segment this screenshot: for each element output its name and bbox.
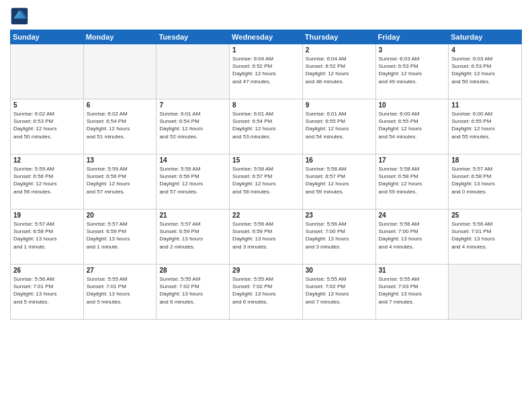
day-number: 28 — [159, 267, 226, 274]
day-number: 5 — [13, 101, 81, 109]
day-info: Sunrise: 5:56 AM Sunset: 7:00 PM Dayligh… — [379, 220, 446, 250]
calendar-day-cell: 9Sunrise: 6:01 AM Sunset: 6:55 PM Daylig… — [302, 99, 375, 154]
day-number: 7 — [159, 101, 226, 109]
day-info: Sunrise: 6:02 AM Sunset: 6:53 PM Dayligh… — [13, 110, 81, 140]
day-number: 29 — [232, 267, 300, 274]
calendar-day-cell: 31Sunrise: 5:55 AM Sunset: 7:03 PM Dayli… — [375, 265, 449, 320]
day-info: Sunrise: 5:56 AM Sunset: 6:59 PM Dayligh… — [232, 220, 300, 250]
day-number: 1 — [232, 46, 300, 54]
day-number: 18 — [451, 156, 519, 164]
calendar-day-cell: 12Sunrise: 5:59 AM Sunset: 6:56 PM Dayli… — [11, 154, 84, 210]
calendar-week-row: 5Sunrise: 6:02 AM Sunset: 6:53 PM Daylig… — [11, 99, 522, 154]
calendar-day-cell: 3Sunrise: 6:03 AM Sunset: 6:53 PM Daylig… — [375, 44, 449, 99]
calendar-day-cell: 6Sunrise: 6:02 AM Sunset: 6:54 PM Daylig… — [83, 99, 157, 154]
calendar-day-cell — [83, 44, 157, 99]
day-info: Sunrise: 5:55 AM Sunset: 7:01 PM Dayligh… — [87, 275, 154, 306]
day-number: 27 — [87, 267, 154, 274]
calendar-day-cell: 23Sunrise: 5:56 AM Sunset: 7:00 PM Dayli… — [302, 210, 375, 265]
weekday-header: Monday — [83, 30, 157, 44]
day-number: 19 — [13, 212, 81, 219]
calendar: SundayMondayTuesdayWednesdayThursdayFrid… — [10, 30, 522, 320]
calendar-day-cell: 25Sunrise: 5:56 AM Sunset: 7:01 PM Dayli… — [449, 210, 522, 265]
calendar-day-cell: 2Sunrise: 6:04 AM Sunset: 6:52 PM Daylig… — [302, 44, 375, 99]
day-info: Sunrise: 5:59 AM Sunset: 6:56 PM Dayligh… — [87, 165, 154, 195]
logo-icon — [10, 7, 29, 26]
calendar-day-cell — [157, 44, 230, 99]
day-number: 13 — [87, 156, 154, 164]
calendar-day-cell: 18Sunrise: 5:57 AM Sunset: 6:58 PM Dayli… — [449, 154, 522, 210]
calendar-day-cell: 5Sunrise: 6:02 AM Sunset: 6:53 PM Daylig… — [11, 99, 84, 154]
day-number: 10 — [379, 101, 446, 109]
day-number: 25 — [451, 212, 519, 219]
calendar-day-cell: 8Sunrise: 6:01 AM Sunset: 6:54 PM Daylig… — [230, 99, 303, 154]
calendar-day-cell: 29Sunrise: 5:55 AM Sunset: 7:02 PM Dayli… — [230, 265, 303, 320]
day-info: Sunrise: 6:00 AM Sunset: 6:55 PM Dayligh… — [451, 110, 519, 140]
calendar-day-cell: 17Sunrise: 5:58 AM Sunset: 6:58 PM Dayli… — [375, 154, 449, 210]
day-number: 6 — [87, 101, 154, 109]
calendar-day-cell: 7Sunrise: 6:01 AM Sunset: 6:54 PM Daylig… — [157, 99, 230, 154]
weekday-header: Wednesday — [230, 30, 303, 44]
calendar-day-cell: 13Sunrise: 5:59 AM Sunset: 6:56 PM Dayli… — [83, 154, 157, 210]
day-number: 20 — [87, 212, 154, 219]
day-number: 3 — [379, 46, 446, 54]
day-number: 4 — [451, 46, 519, 54]
day-info: Sunrise: 5:59 AM Sunset: 6:56 PM Dayligh… — [13, 165, 81, 195]
day-info: Sunrise: 5:57 AM Sunset: 6:59 PM Dayligh… — [87, 220, 154, 250]
day-number: 26 — [13, 267, 81, 274]
day-info: Sunrise: 5:55 AM Sunset: 7:02 PM Dayligh… — [159, 275, 226, 306]
calendar-day-cell: 20Sunrise: 5:57 AM Sunset: 6:59 PM Dayli… — [83, 210, 157, 265]
day-info: Sunrise: 5:58 AM Sunset: 6:58 PM Dayligh… — [379, 165, 446, 195]
weekday-header: Friday — [375, 30, 449, 44]
day-info: Sunrise: 6:04 AM Sunset: 6:52 PM Dayligh… — [232, 55, 300, 85]
day-number: 16 — [306, 156, 373, 164]
calendar-day-cell — [11, 44, 84, 99]
day-info: Sunrise: 5:57 AM Sunset: 6:58 PM Dayligh… — [13, 220, 81, 250]
day-info: Sunrise: 5:57 AM Sunset: 6:59 PM Dayligh… — [159, 220, 226, 250]
calendar-header-row: SundayMondayTuesdayWednesdayThursdayFrid… — [11, 30, 522, 44]
day-number: 30 — [306, 267, 373, 274]
day-info: Sunrise: 6:01 AM Sunset: 6:54 PM Dayligh… — [159, 110, 226, 140]
day-number: 15 — [232, 156, 300, 164]
calendar-day-cell: 11Sunrise: 6:00 AM Sunset: 6:55 PM Dayli… — [449, 99, 522, 154]
calendar-day-cell: 22Sunrise: 5:56 AM Sunset: 6:59 PM Dayli… — [230, 210, 303, 265]
calendar-day-cell: 14Sunrise: 5:59 AM Sunset: 6:56 PM Dayli… — [157, 154, 230, 210]
day-info: Sunrise: 5:58 AM Sunset: 6:57 PM Dayligh… — [232, 165, 300, 195]
calendar-week-row: 19Sunrise: 5:57 AM Sunset: 6:58 PM Dayli… — [11, 210, 522, 265]
day-number: 12 — [13, 156, 81, 164]
day-info: Sunrise: 5:59 AM Sunset: 6:56 PM Dayligh… — [159, 165, 226, 195]
weekday-header: Saturday — [449, 30, 522, 44]
day-info: Sunrise: 5:56 AM Sunset: 7:01 PM Dayligh… — [13, 275, 81, 306]
day-info: Sunrise: 6:01 AM Sunset: 6:55 PM Dayligh… — [306, 110, 373, 140]
day-info: Sunrise: 5:58 AM Sunset: 6:57 PM Dayligh… — [306, 165, 373, 195]
weekday-header: Sunday — [11, 30, 84, 44]
calendar-day-cell — [449, 265, 522, 320]
day-info: Sunrise: 5:55 AM Sunset: 7:02 PM Dayligh… — [306, 275, 373, 306]
calendar-week-row: 1Sunrise: 6:04 AM Sunset: 6:52 PM Daylig… — [11, 44, 522, 99]
calendar-day-cell: 1Sunrise: 6:04 AM Sunset: 6:52 PM Daylig… — [230, 44, 303, 99]
day-info: Sunrise: 6:03 AM Sunset: 6:53 PM Dayligh… — [451, 55, 519, 85]
day-info: Sunrise: 6:00 AM Sunset: 6:55 PM Dayligh… — [379, 110, 446, 140]
calendar-day-cell: 21Sunrise: 5:57 AM Sunset: 6:59 PM Dayli… — [157, 210, 230, 265]
day-info: Sunrise: 6:02 AM Sunset: 6:54 PM Dayligh… — [87, 110, 154, 140]
calendar-day-cell: 24Sunrise: 5:56 AM Sunset: 7:00 PM Dayli… — [375, 210, 449, 265]
calendar-day-cell: 15Sunrise: 5:58 AM Sunset: 6:57 PM Dayli… — [230, 154, 303, 210]
day-info: Sunrise: 5:56 AM Sunset: 7:01 PM Dayligh… — [451, 220, 519, 250]
day-number: 11 — [451, 101, 519, 109]
day-info: Sunrise: 5:55 AM Sunset: 7:03 PM Dayligh… — [379, 275, 446, 306]
calendar-day-cell: 27Sunrise: 5:55 AM Sunset: 7:01 PM Dayli… — [83, 265, 157, 320]
day-info: Sunrise: 6:03 AM Sunset: 6:53 PM Dayligh… — [379, 55, 446, 85]
calendar-day-cell: 26Sunrise: 5:56 AM Sunset: 7:01 PM Dayli… — [11, 265, 84, 320]
day-number: 9 — [306, 101, 373, 109]
day-info: Sunrise: 6:01 AM Sunset: 6:54 PM Dayligh… — [232, 110, 300, 140]
calendar-week-row: 12Sunrise: 5:59 AM Sunset: 6:56 PM Dayli… — [11, 154, 522, 210]
day-number: 2 — [306, 46, 373, 54]
day-number: 22 — [232, 212, 300, 219]
day-info: Sunrise: 5:55 AM Sunset: 7:02 PM Dayligh… — [232, 275, 300, 306]
day-info: Sunrise: 5:56 AM Sunset: 7:00 PM Dayligh… — [306, 220, 373, 250]
calendar-day-cell: 30Sunrise: 5:55 AM Sunset: 7:02 PM Dayli… — [302, 265, 375, 320]
calendar-day-cell: 19Sunrise: 5:57 AM Sunset: 6:58 PM Dayli… — [11, 210, 84, 265]
day-number: 17 — [379, 156, 446, 164]
calendar-day-cell: 4Sunrise: 6:03 AM Sunset: 6:53 PM Daylig… — [449, 44, 522, 99]
day-number: 14 — [159, 156, 226, 164]
day-number: 21 — [159, 212, 226, 219]
